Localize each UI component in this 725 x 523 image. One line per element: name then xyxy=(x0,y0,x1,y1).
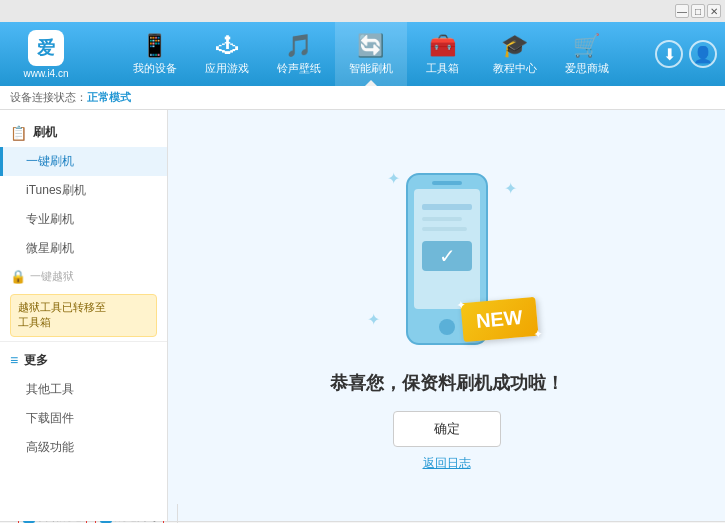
smart-flash-icon: 🔄 xyxy=(357,33,384,59)
sparkle-top-right: ✦ xyxy=(504,179,517,198)
content-area: ✦ ✦ ✦ ✓ NEW xyxy=(168,110,725,521)
nav-toolbox-label: 工具箱 xyxy=(426,61,459,76)
close-button[interactable]: ✕ xyxy=(707,4,721,18)
sidebar-item-advanced[interactable]: 高级功能 xyxy=(0,433,167,462)
return-log-link[interactable]: 返回日志 xyxy=(423,455,471,472)
svg-point-2 xyxy=(439,319,455,335)
sidebar-divider xyxy=(0,341,167,342)
sidebar-item-one-click-flash[interactable]: 一键刷机 xyxy=(0,147,167,176)
nav-smart-flash-label: 智能刷机 xyxy=(349,61,393,76)
apps-games-icon: 🕹 xyxy=(216,33,238,59)
notice-box: 越狱工具已转移至工具箱 xyxy=(10,294,157,337)
new-badge: NEW xyxy=(460,297,538,342)
user-button[interactable]: 👤 xyxy=(689,40,717,68)
nav-my-device-label: 我的设备 xyxy=(133,61,177,76)
success-text: 恭喜您，保资料刷机成功啦！ xyxy=(330,371,564,395)
more-section-icon: ≡ xyxy=(10,352,18,368)
toolbox-icon: 🧰 xyxy=(429,33,456,59)
nav-tutorial[interactable]: 🎓 教程中心 xyxy=(479,22,551,86)
confirm-button[interactable]: 确定 xyxy=(393,411,501,447)
nav-store[interactable]: 🛒 爱思商城 xyxy=(551,22,623,86)
sidebar-item-download-firmware[interactable]: 下载固件 xyxy=(0,404,167,433)
header-right-actions: ⬇ 👤 xyxy=(655,40,717,68)
header: 爱 www.i4.cn 📱 我的设备 🕹 应用游戏 🎵 铃声壁纸 🔄 智能刷机 … xyxy=(0,22,725,86)
main-area: 📋 刷机 一键刷机 iTunes刷机 专业刷机 微星刷机 🔒 一键越狱 越狱工具… xyxy=(0,110,725,521)
svg-rect-5 xyxy=(422,217,462,221)
sidebar: 📋 刷机 一键刷机 iTunes刷机 专业刷机 微星刷机 🔒 一键越狱 越狱工具… xyxy=(0,110,168,521)
more-section-title: ≡ 更多 xyxy=(0,346,167,375)
success-illustration: ✦ ✦ ✦ ✓ NEW xyxy=(347,159,547,359)
status-value: 正常模式 xyxy=(87,91,131,103)
disabled-jailbreak-section: 🔒 一键越狱 xyxy=(0,263,167,290)
svg-rect-4 xyxy=(422,204,472,210)
svg-rect-3 xyxy=(432,181,462,185)
nav-ringtones[interactable]: 🎵 铃声壁纸 xyxy=(263,22,335,86)
nav-ringtones-label: 铃声壁纸 xyxy=(277,61,321,76)
nav-store-label: 爱思商城 xyxy=(565,61,609,76)
nav-bar: 📱 我的设备 🕹 应用游戏 🎵 铃声壁纸 🔄 智能刷机 🧰 工具箱 🎓 教程中心… xyxy=(94,22,647,86)
sidebar-item-pro-flash[interactable]: 专业刷机 xyxy=(0,205,167,234)
flash-section-icon: 📋 xyxy=(10,125,27,141)
svg-rect-6 xyxy=(422,227,467,231)
tutorial-icon: 🎓 xyxy=(501,33,528,59)
device-status-bar: 设备连接状态：正常模式 xyxy=(0,86,725,110)
sparkle-top-left: ✦ xyxy=(387,169,400,188)
maximize-button[interactable]: □ xyxy=(691,4,705,18)
ringtones-icon: 🎵 xyxy=(285,33,312,59)
sparkle-bottom-left: ✦ xyxy=(367,310,380,329)
nav-my-device[interactable]: 📱 我的设备 xyxy=(119,22,191,86)
status-label: 设备连接状态： xyxy=(10,91,87,103)
minimize-button[interactable]: — xyxy=(675,4,689,18)
nav-smart-flash[interactable]: 🔄 智能刷机 xyxy=(335,22,407,86)
logo[interactable]: 爱 www.i4.cn xyxy=(8,30,84,79)
sidebar-wrapper: 📋 刷机 一键刷机 iTunes刷机 专业刷机 微星刷机 🔒 一键越狱 越狱工具… xyxy=(0,110,168,521)
disabled-jailbreak-label: 一键越狱 xyxy=(30,269,74,284)
sidebar-item-downgrade-flash[interactable]: 微星刷机 xyxy=(0,234,167,263)
sidebar-item-other-tools[interactable]: 其他工具 xyxy=(0,375,167,404)
logo-icon: 爱 xyxy=(28,30,64,66)
notice-text: 越狱工具已转移至工具箱 xyxy=(18,301,106,328)
download-button[interactable]: ⬇ xyxy=(655,40,683,68)
sidebar-item-itunes-flash[interactable]: iTunes刷机 xyxy=(0,176,167,205)
lock-icon: 🔒 xyxy=(10,269,26,284)
nav-apps-games[interactable]: 🕹 应用游戏 xyxy=(191,22,263,86)
my-device-icon: 📱 xyxy=(141,33,168,59)
logo-text: www.i4.cn xyxy=(23,68,68,79)
nav-toolbox[interactable]: 🧰 工具箱 xyxy=(407,22,479,86)
flash-section-title: 📋 刷机 xyxy=(0,118,167,147)
nav-tutorial-label: 教程中心 xyxy=(493,61,537,76)
store-icon: 🛒 xyxy=(573,33,600,59)
flash-section: 📋 刷机 一键刷机 iTunes刷机 专业刷机 微星刷机 xyxy=(0,118,167,263)
title-bar: — □ ✕ xyxy=(0,0,725,22)
nav-apps-label: 应用游戏 xyxy=(205,61,249,76)
more-section: ≡ 更多 其他工具 下载固件 高级功能 xyxy=(0,346,167,462)
svg-text:✓: ✓ xyxy=(438,245,455,267)
